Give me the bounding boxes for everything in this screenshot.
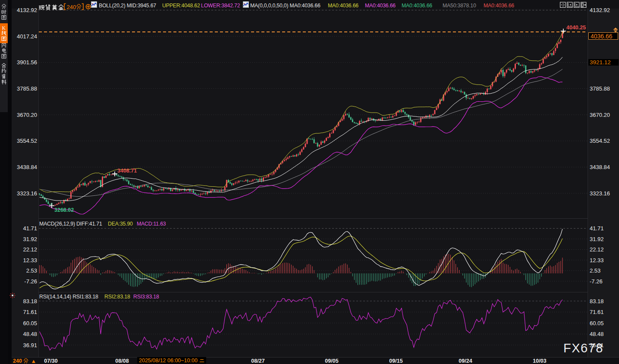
svg-text:K: K (2, 25, 6, 31)
svg-text:240: 240 (67, 4, 76, 10)
svg-text:240: 240 (13, 358, 22, 364)
